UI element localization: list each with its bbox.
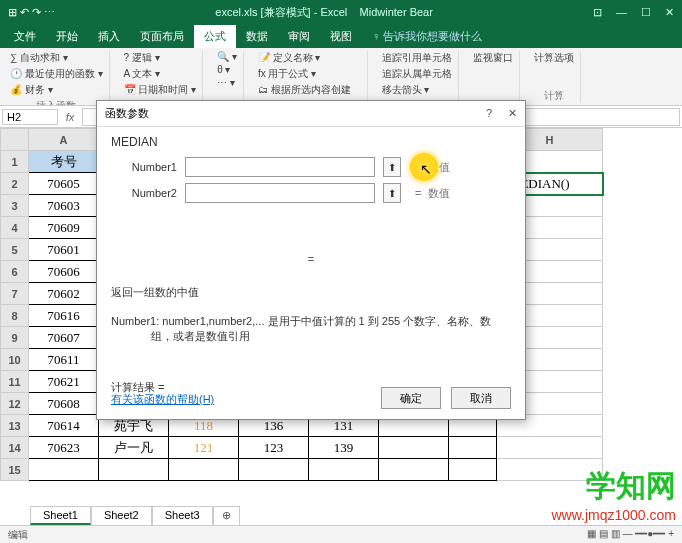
define-name-button[interactable]: 📝 定义名称 ▾: [258, 51, 361, 65]
recent-button[interactable]: 🕐 最近使用的函数 ▾: [10, 67, 103, 81]
autosum-button[interactable]: ∑ 自动求和 ▾: [10, 51, 103, 65]
ribbon-options-icon[interactable]: ⊡: [593, 6, 602, 19]
sheet-tab-1[interactable]: Sheet1: [30, 506, 91, 525]
tell-me[interactable]: ♀ 告诉我你想要做什么: [362, 25, 492, 48]
window-titlebar: ⊞ ↶ ↷ ⋯ excel.xls [兼容模式] - Excel Midwint…: [0, 0, 682, 24]
ribbon-tabs: 文件 开始 插入 页面布局 公式 数据 审阅 视图 ♀ 告诉我你想要做什么: [0, 24, 682, 48]
zoom-controls[interactable]: ▦ ▤ ▥ — ━━●━━ +: [587, 528, 674, 541]
name-box[interactable]: H2: [2, 109, 58, 125]
user-name: Midwinter Bear: [360, 6, 433, 18]
use-formula-button[interactable]: fx 用于公式 ▾: [258, 67, 361, 81]
fx-icon[interactable]: fx: [60, 111, 80, 123]
trace-dep-button[interactable]: 追踪从属单元格: [382, 67, 452, 81]
number1-input[interactable]: [185, 157, 375, 177]
row-1[interactable]: 1: [1, 151, 29, 173]
ribbon: ∑ 自动求和 ▾ 🕐 最近使用的函数 ▾ 💰 财务 ▾ 插入函数 ? 逻辑 ▾ …: [0, 48, 682, 106]
group-insertfn: 插入函数: [10, 97, 103, 106]
logical-button[interactable]: ? 逻辑 ▾: [124, 51, 197, 65]
number2-input[interactable]: [185, 183, 375, 203]
sheet-tab-3[interactable]: Sheet3: [152, 506, 213, 525]
help-icon[interactable]: ?: [486, 107, 492, 120]
select-all[interactable]: [1, 129, 29, 151]
argument-description: Number1: number1,number2,... 是用于中值计算的 1 …: [111, 314, 511, 344]
watermark-title: 学知网: [552, 466, 677, 507]
function-arguments-dialog: 函数参数 ?✕ MEDIAN Number1 ⬆ = 数值 Number2 ⬆ …: [96, 100, 526, 420]
tab-review[interactable]: 审阅: [278, 25, 320, 48]
minimize-icon[interactable]: —: [616, 6, 627, 19]
more-button[interactable]: ⋯ ▾: [217, 77, 237, 88]
status-bar: 编辑 ▦ ▤ ▥ — ━━●━━ +: [0, 525, 682, 543]
add-sheet-button[interactable]: ⊕: [213, 506, 240, 525]
remove-arrows-button[interactable]: 移去箭头 ▾: [382, 83, 452, 97]
cell[interactable]: 考号: [29, 151, 99, 173]
col-A[interactable]: A: [29, 129, 99, 151]
watch-window-button[interactable]: 监视窗口: [473, 51, 513, 65]
watermark-url: www.jmqz1000.com: [552, 507, 677, 523]
cursor-icon: ↖: [420, 161, 432, 177]
tab-formulas[interactable]: 公式: [194, 25, 236, 48]
function-name: MEDIAN: [111, 135, 511, 149]
tab-file[interactable]: 文件: [4, 25, 46, 48]
number2-label: Number2: [111, 187, 177, 199]
financial-button[interactable]: 💰 财务 ▾: [10, 83, 103, 97]
close-icon[interactable]: ✕: [665, 6, 674, 19]
cursor-highlight: ↖: [410, 153, 438, 181]
number1-label: Number1: [111, 161, 177, 173]
watermark: 学知网 www.jmqz1000.com: [552, 466, 677, 523]
status-mode: 编辑: [8, 528, 28, 541]
doc-title: excel.xls [兼容模式] - Excel: [215, 6, 347, 18]
function-description: 返回一组数的中值: [111, 285, 511, 300]
tab-view[interactable]: 视图: [320, 25, 362, 48]
lookup-button[interactable]: 🔍 ▾: [217, 51, 237, 62]
datetime-button[interactable]: 📅 日期和时间 ▾: [124, 83, 197, 97]
tab-data[interactable]: 数据: [236, 25, 278, 48]
ok-button[interactable]: 确定: [381, 387, 441, 409]
help-link[interactable]: 有关该函数的帮助(H): [111, 392, 214, 407]
create-selection-button[interactable]: 🗂 根据所选内容创建: [258, 83, 361, 97]
result-eq: =: [111, 253, 511, 265]
tab-home[interactable]: 开始: [46, 25, 88, 48]
tab-layout[interactable]: 页面布局: [130, 25, 194, 48]
maximize-icon[interactable]: ☐: [641, 6, 651, 19]
tab-insert[interactable]: 插入: [88, 25, 130, 48]
dialog-close-icon[interactable]: ✕: [508, 107, 517, 120]
cancel-button[interactable]: 取消: [451, 387, 511, 409]
group-calc: 计算: [534, 87, 574, 103]
calc-options-button[interactable]: 计算选项: [534, 51, 574, 65]
sheet-tab-2[interactable]: Sheet2: [91, 506, 152, 525]
quickaccess[interactable]: ⊞ ↶ ↷ ⋯: [8, 6, 55, 19]
sheet-tabs: Sheet1 Sheet2 Sheet3 ⊕: [30, 506, 240, 525]
dialog-title: 函数参数: [105, 106, 149, 121]
math-button[interactable]: θ ▾: [217, 64, 237, 75]
collapse1-button[interactable]: ⬆: [383, 157, 401, 177]
text-button[interactable]: A 文本 ▾: [124, 67, 197, 81]
collapse2-button[interactable]: ⬆: [383, 183, 401, 203]
trace-prec-button[interactable]: 追踪引用单元格: [382, 51, 452, 65]
